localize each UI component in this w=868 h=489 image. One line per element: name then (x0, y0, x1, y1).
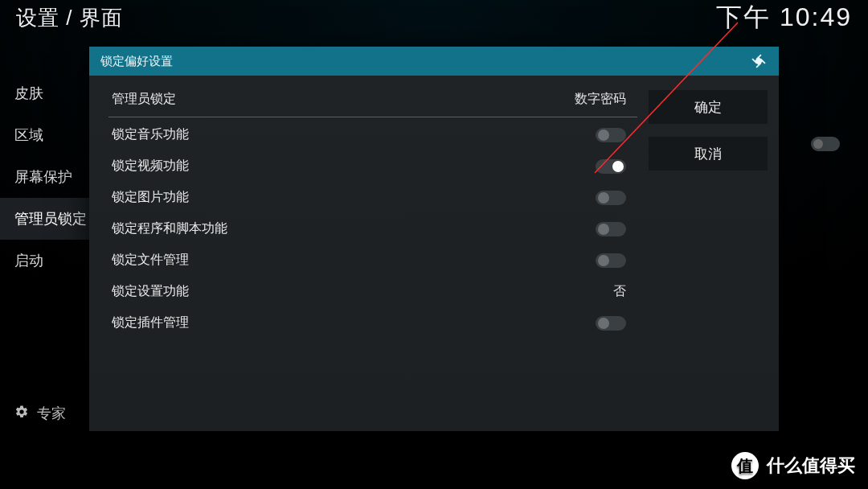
dialog-titlebar: 锁定偏好设置 (89, 47, 779, 76)
actions-column: 确定 取消 (642, 76, 779, 431)
svg-rect-4 (755, 57, 763, 65)
kodi-logo-icon (750, 52, 768, 70)
toggle[interactable] (596, 222, 626, 236)
row-label: 锁定文件管理 (112, 252, 189, 269)
row-lock-addons[interactable]: 锁定插件管理 (108, 307, 637, 339)
clock: 下午 10:49 (716, 0, 852, 35)
dialog-title: 锁定偏好设置 (100, 54, 173, 69)
toggle[interactable] (596, 191, 626, 205)
divider (108, 117, 637, 117)
row-label: 锁定程序和脚本功能 (112, 220, 227, 237)
toggle[interactable] (596, 159, 626, 174)
settings-column: 管理员锁定 数字密码 锁定音乐功能 锁定视频功能 锁定图片功能 锁定程序和脚本功… (89, 76, 642, 431)
lock-preferences-dialog: 锁定偏好设置 管理员锁定 数字密码 锁定音乐功能 锁定视频功能 锁定图片功能 (89, 47, 779, 431)
row-lock-video[interactable]: 锁定视频功能 (108, 150, 637, 182)
watermark-text: 什么值得买 (767, 454, 855, 478)
watermark-badge: 值 (731, 452, 759, 479)
toggle[interactable] (596, 128, 626, 142)
cancel-button[interactable]: 取消 (649, 137, 768, 171)
row-label: 锁定视频功能 (112, 158, 189, 175)
row-label: 锁定图片功能 (112, 189, 189, 206)
breadcrumb: 设置 / 界面 (16, 4, 123, 32)
row-label: 锁定音乐功能 (112, 126, 189, 143)
gear-icon (14, 405, 29, 423)
toggle[interactable] (596, 316, 626, 331)
row-label: 管理员锁定 (112, 91, 176, 108)
toggle[interactable] (596, 253, 626, 268)
row-value: 数字密码 (575, 91, 626, 108)
row-label: 锁定设置功能 (112, 283, 189, 300)
top-bar: 设置 / 界面 下午 10:49 (0, 0, 868, 35)
row-lock-files[interactable]: 锁定文件管理 (108, 244, 637, 276)
row-lock-settings[interactable]: 锁定设置功能 否 (108, 276, 637, 307)
row-lock-pictures[interactable]: 锁定图片功能 (108, 182, 637, 213)
row-value: 否 (613, 283, 626, 300)
row-lock-programs[interactable]: 锁定程序和脚本功能 (108, 213, 637, 244)
ok-button[interactable]: 确定 (649, 90, 768, 124)
row-label: 锁定插件管理 (112, 314, 189, 331)
row-master-lock[interactable]: 管理员锁定 数字密码 (108, 84, 637, 115)
background-toggle[interactable] (811, 137, 840, 151)
watermark: 值 什么值得买 (731, 452, 855, 479)
expert-label: 专家 (37, 404, 66, 423)
expert-mode[interactable]: 专家 (14, 404, 66, 423)
row-lock-music[interactable]: 锁定音乐功能 (108, 119, 637, 150)
